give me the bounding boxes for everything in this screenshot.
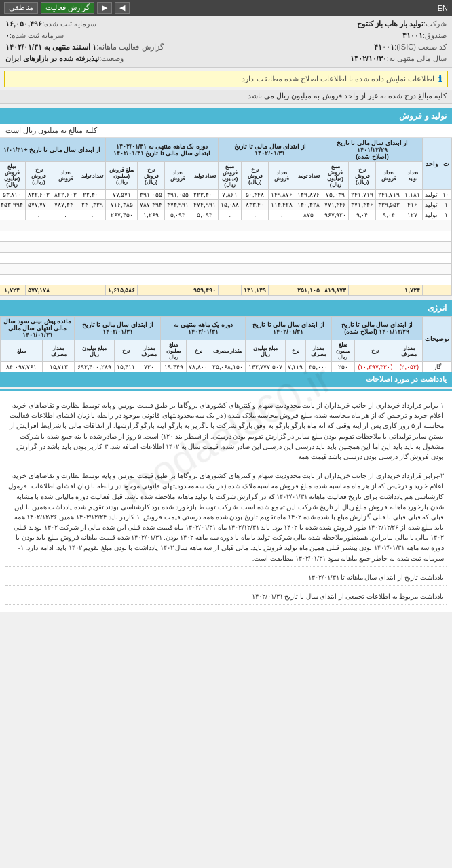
row2-p2-sale: ۱۱۴,۴۲۸ (268, 200, 295, 210)
eth-p5: مانده پیش بینی سود سال مالی انتهای سال م… (1, 317, 75, 340)
energy-p3-rate: ۷۸,۸۰۰ (187, 362, 210, 372)
energy-p3-qty: ۲۵,۰۶۸,۱۵۰ (210, 362, 245, 372)
eth-p5-amount: مبلغ (1, 340, 43, 362)
eth-p3-amount: مبلغ میلیون ریال (161, 340, 187, 362)
row3-p2-rate: . (242, 210, 269, 220)
row2-p3-prod: ۴۷۴,۹۹۱ (191, 200, 219, 210)
row3-p4-rate: . (25, 210, 52, 220)
fund-label: صندوق: (423, 31, 447, 40)
eth-p1: از ابتدای سال مالی تا تاریخ ۱۴۰۱/۱۲/۲۹ (… (331, 317, 422, 340)
row2-id: ۱ (440, 200, 452, 210)
total-p1-mid (349, 285, 402, 296)
status-label: وضعیت: (99, 54, 124, 63)
row2-p2-rate: ۸۳۳,۴۰ (242, 200, 269, 210)
th-p2-amount: مبلغ فروش (میلیون ریال) (218, 162, 242, 190)
isic-value: ۴۱۰۰۱ (374, 43, 394, 52)
header-info-section: شرکت: تولید بار هاب باز کنتوج سرمایه ثبت… (0, 16, 452, 68)
row2-p2-prod: ۱۴۰,۴۲۸ (295, 200, 322, 210)
row3-p4-prod: . (79, 210, 106, 220)
row1-p2-amount: ۷,۸۶۱ (218, 190, 242, 200)
table-row-empty (0, 231, 452, 242)
th-p1-prod: تعداد تولید (402, 162, 423, 190)
total-label (423, 285, 452, 296)
energy-table: توضیحات از ابتدای سال مالی تا تاریخ ۱۴۰۱… (0, 316, 452, 372)
alert-box: ℹ اطلاعات نمایش داده شده با اطلاعات اصلا… (4, 71, 448, 87)
energy-desc-gas: گاز (423, 362, 452, 372)
total-p4-prod (79, 285, 106, 296)
total-p2-prod: ۲۵۱,۱۰۵ (295, 285, 322, 296)
footnote-date2-text: یادداشت مربوط به اطلاعات تجمعی از ابتدای… (8, 591, 444, 601)
capital-label: سرمایه ثبت شده: (42, 20, 96, 28)
report-button[interactable]: گزارش فعالیت (41, 2, 94, 14)
row1-p2-sale: ۱۴۹,۸۷۶ (268, 190, 295, 200)
footnote-2-text: ۲-برابر قرارداد خریداری از جانب خریداران… (8, 471, 444, 564)
th-p3-amount: مبلغ فروش (میلیون ریال) (106, 162, 138, 190)
energy-p3-amount: ۱۹,۴۴۹ (161, 362, 187, 372)
eth-p3: دوره یک ماهه منتهی به ۱۴۰۲/۰۱/۳۱ (161, 317, 246, 340)
th-p4-sale: تعداد فروش (52, 162, 79, 190)
th-p3-prod: تعداد تولید (191, 162, 219, 190)
row1-p3-amount: ۷۷,۵۷۱ (106, 190, 138, 200)
row2-p4-amount: ۴۵۳,۹۹۴ (0, 200, 25, 210)
row3-p3-prod: ۵,۰۹۳ (191, 210, 219, 220)
company-label: شرکت: (423, 20, 447, 28)
row1-p3-sale: ۳۹۱,۰۵۵ (164, 190, 191, 200)
row1-p3-prod: ۲۲۳,۴۰۰ (191, 190, 219, 200)
row3-p4-sale: . (52, 210, 79, 220)
company-row: شرکت: تولید بار هاب باز کنتوج سرمایه ثبت… (5, 18, 447, 30)
th-p3-rate: نرخ فروش (ریال) (138, 162, 165, 190)
total-p1-prod: ۱,۷۲۴ (402, 285, 423, 296)
company-value: تولید بار هاب باز کنتوج (357, 20, 423, 28)
fund-row: صندوق: ۴۱۰۰۱ سرمایه ثبت شده: ۰ (5, 30, 447, 41)
eth-p3-rate: نرخ (187, 340, 210, 362)
row2-p3-sale: ۴۷۴,۹۹۱ (164, 200, 191, 210)
row1-p1-prod: ۱,۱۸۱ (402, 190, 423, 200)
total-p3-mid (138, 285, 191, 296)
report-label: گزارش فعالیت ماهانه: (96, 43, 163, 52)
nav-next-button[interactable]: ▶ (97, 2, 112, 14)
energy-p4-amount: ۶۹۳,۴۰۰,۲۸۹ (75, 362, 114, 372)
eth-p4-amount: مبلغ میلیون ریال (75, 340, 114, 362)
th-p2-sale: تعداد فروش (268, 162, 295, 190)
total-p3-amount: ۱,۶۱۵,۵۸۶ (106, 285, 138, 296)
energy-row-gas: گاز (۲,۰۵۳) (۱۰,۳۹۷,۳۳۰) ۲۵۰ ۳۵,۰۰۰ ۷,۱۱… (1, 362, 452, 372)
fiscal-value: ۱۴۰۲/۱۰/۳۰ (350, 54, 387, 63)
table-row: ۱ تولید ۱۲۷ ۹,۰۴ ۹,۰۴ ۹۶۷,۹۲۰ ۸۷۵ . . . … (0, 210, 452, 220)
eth-p2-qty: مقدار مصرف (305, 340, 331, 362)
total-p1-amount: ۸۱۹,۸۷۳ (322, 285, 349, 296)
production-table-container: ت واحد از ابتدای سال مالی تا تاریخ ۱۴۰۱/… (0, 138, 452, 296)
energy-p2-amount: ۱۴۲,۷۷۷,۵۰۷ (245, 362, 285, 372)
th-p1-rate: نرخ فروش (ریال) (349, 162, 376, 190)
report-value: ۱ اسفند منتهی به ۱۴۰۲/۰۱/۳۱ (5, 43, 96, 52)
total-p2-amount (218, 285, 242, 296)
row1-p4-prod: ۲۲,۴۰۰ (79, 190, 106, 200)
th-p2-prod: تعداد تولید (295, 162, 322, 190)
fiscal-label: سال مالی منتهی به: (387, 54, 447, 63)
row3-p2-amount: . (218, 210, 242, 220)
capital-value: ۱۶,۰۵۰,۴۹۶ (5, 20, 42, 28)
th-unit: واحد (423, 138, 440, 190)
footnote-block-2: ۲-برابر قرارداد خریداری از جانب خریداران… (5, 468, 447, 567)
eth-p5-qty: مقدار مصرف (43, 340, 75, 362)
energy-p1-qty: (۲,۰۵۳) (396, 362, 423, 372)
eth-p1-qty: مقدار مصرف (396, 340, 423, 362)
energy-p2-qty: ۳۵,۰۰۰ (305, 362, 331, 372)
row3-p2-sale: . (268, 210, 295, 220)
total-p2-sale (268, 285, 295, 296)
eth-p2-amount: مبلغ میلیون ریال (245, 340, 285, 362)
eth-p4-rate: نرخ (114, 340, 138, 362)
row2-p1-prod: ۴۱۶ (402, 200, 423, 210)
nav-prev-button[interactable]: ◀ (115, 2, 130, 14)
row2-unit: تولید (423, 200, 440, 210)
production-table: ت واحد از ابتدای سال مالی تا تاریخ ۱۴۰۱/… (0, 138, 452, 296)
row3-unit: تولید (423, 210, 440, 220)
isic-label: کد صنعت (ISIC): (394, 43, 447, 52)
th-p4-prod: تعداد تولید (79, 162, 106, 190)
row3-p2-prod: ۸۷۵ (295, 210, 322, 220)
menu-button[interactable]: مناطقی (4, 2, 38, 14)
th-p1-amount: مبلغ فروش (میلیون ریال) (322, 162, 349, 190)
table-row: ۱۰ تولید ۱,۱۸۱ ۲۴۱,۷۱۹ ۲۴۱,۷۱۹ ۷۵,۰۳۹ ۱۴… (0, 190, 452, 200)
row1-p4-sale: ۸۲۲,۶۰۳ (52, 190, 79, 200)
table-row: ۱ تولید ۴۱۶ ۳۳۹,۵۵۳ ۳۷۱,۴۴۶ ۷۷۱,۴۴۶ ۱۴۰,… (0, 200, 452, 210)
eth-p2: از ابتدای سال مالی تا تاریخ ۱۴۰۲/۰۱/۳۱ (245, 317, 331, 340)
